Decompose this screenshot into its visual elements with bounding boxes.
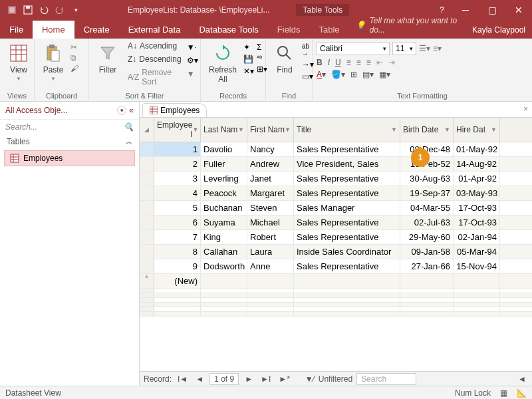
cell-employee-id[interactable]: 5 <box>154 201 201 215</box>
align-right-icon[interactable]: ≡ <box>366 58 371 67</box>
cell-birth-date[interactable]: 02-Jul-63 <box>400 215 454 229</box>
cell-first-name[interactable]: Janet <box>247 172 294 186</box>
cell-title[interactable]: Sales Manager <box>294 201 400 215</box>
cell-last-name[interactable]: Peacock <box>201 186 247 200</box>
cell-last-name[interactable]: King <box>201 230 247 244</box>
nav-item-employees[interactable]: Employees <box>4 150 135 166</box>
paste-button[interactable]: Paste ▼ <box>39 40 68 84</box>
cell-first-name[interactable]: Steven <box>247 201 294 215</box>
record-position[interactable]: 1 of 9 <box>209 373 239 385</box>
tab-file[interactable]: File <box>0 21 33 39</box>
bullets-icon[interactable]: ☰▾ <box>419 44 430 53</box>
cell-title[interactable]: Sales Representative <box>294 142 400 156</box>
cell-first-name[interactable]: Margaret <box>247 186 294 200</box>
table-row[interactable]: 8CallahanLauraInside Sales Coordinator09… <box>140 245 532 259</box>
cell-birth-date[interactable]: 19-Sep-37 <box>400 186 454 200</box>
maximize-button[interactable]: ▢ <box>479 0 505 20</box>
cell-last-name[interactable]: Fuller <box>201 157 247 171</box>
font-family-select[interactable]: Calibri▾ <box>317 42 390 55</box>
cell-hire-date[interactable]: 02-Jan-94 <box>454 230 500 244</box>
chevron-down-icon[interactable]: ▼ <box>491 126 497 133</box>
gridlines-icon[interactable]: ⊞ <box>350 70 357 79</box>
tab-create[interactable]: Create <box>74 21 119 39</box>
table-row[interactable]: 6SuyamaMichaelSales Representative02-Jul… <box>140 215 532 230</box>
row-selector[interactable] <box>140 157 154 171</box>
row-selector[interactable] <box>140 186 154 200</box>
tab-database-tools[interactable]: Database Tools <box>190 21 267 39</box>
row-selector[interactable] <box>140 142 154 156</box>
table-row[interactable]: 3LeverlingJanetSales Representative30-Au… <box>140 172 532 186</box>
cell-employee-id[interactable]: 3 <box>154 172 201 186</box>
cell-employee-id[interactable]: 4 <box>154 186 201 200</box>
tab-table[interactable]: Table <box>310 21 349 39</box>
cell-first-name[interactable]: Andrew <box>247 157 294 171</box>
document-tab-employees[interactable]: Employees <box>142 103 207 117</box>
column-header-title[interactable]: Title▼ <box>294 118 400 142</box>
save-record-icon[interactable]: 💾 <box>243 55 254 64</box>
align-icon[interactable]: ▦▾ <box>379 70 390 79</box>
align-center-icon[interactable]: ≡ <box>356 58 361 67</box>
cell-employee-id[interactable]: 9 <box>154 259 201 273</box>
row-selector[interactable] <box>140 245 154 259</box>
view-button[interactable]: View ▼ <box>4 40 33 84</box>
column-header-first-name[interactable]: First Nam▼ <box>247 118 294 142</box>
cell-title[interactable]: Sales Representative <box>294 172 400 186</box>
design-view-icon[interactable]: 📐 <box>517 388 527 398</box>
cell-first-name[interactable]: Michael <box>247 215 294 229</box>
row-selector[interactable] <box>140 172 154 186</box>
bold-button[interactable]: B <box>317 58 323 67</box>
column-header-hire-date[interactable]: Hire Dat▼ <box>454 118 500 142</box>
cell-employee-id[interactable]: 8 <box>154 245 201 259</box>
tab-fields[interactable]: Fields <box>268 21 310 39</box>
row-selector[interactable] <box>140 215 154 229</box>
first-record-button[interactable]: I◄ <box>176 374 190 384</box>
save-icon[interactable] <box>21 3 35 17</box>
row-selector[interactable] <box>140 230 154 244</box>
tab-home[interactable]: Home <box>33 21 74 39</box>
chevron-down-icon[interactable]: ▼ <box>192 126 198 133</box>
outdent-icon[interactable]: ⇥ <box>388 58 395 67</box>
cell-new[interactable]: (New) <box>154 274 201 288</box>
qat-customize-icon[interactable]: ▾ <box>69 3 82 17</box>
column-header-last-name[interactable]: Last Nam▼ <box>201 118 247 142</box>
cell-title[interactable]: Sales Representative <box>294 230 400 244</box>
cell-birth-date[interactable]: 27-Jan-66 <box>400 259 454 273</box>
toggle-filter-icon[interactable]: ▼ <box>187 69 198 78</box>
filter-indicator-icon[interactable]: ▼⁄ <box>305 374 315 384</box>
row-selector[interactable] <box>140 259 154 273</box>
cell-employee-id[interactable]: 7 <box>154 230 201 244</box>
cell-hire-date[interactable]: 01-Apr-92 <box>454 172 500 186</box>
refresh-all-button[interactable]: Refresh All <box>205 40 241 86</box>
remove-sort-button[interactable]: A⁄ZRemove Sort <box>125 66 184 88</box>
cell-first-name[interactable]: Anne <box>247 259 294 273</box>
italic-button[interactable]: I <box>328 58 330 67</box>
cell-birth-date[interactable]: 29-May-60 <box>400 230 454 244</box>
cell-last-name[interactable]: Callahan <box>201 245 247 259</box>
cell-hire-date[interactable]: 17-Oct-93 <box>454 201 500 215</box>
tell-me-search[interactable]: 💡 Tell me what you want to do... <box>349 12 466 39</box>
table-row[interactable]: 7KingRobertSales Representative29-May-60… <box>140 230 532 245</box>
user-name[interactable]: Kayla Claypool <box>466 21 532 39</box>
scroll-left-button[interactable]: ◄ <box>516 374 528 384</box>
close-tab-icon[interactable]: × <box>523 104 528 114</box>
cell-last-name[interactable]: Dodsworth <box>201 259 247 273</box>
chevron-down-icon[interactable]: ▼ <box>238 126 244 133</box>
align-left-icon[interactable]: ≡ <box>346 58 351 67</box>
record-search-input[interactable]: Search <box>356 373 416 385</box>
datasheet-grid[interactable]: ◢ Employee I▼ Last Nam▼ First Nam▼ Title… <box>140 118 532 371</box>
cell-hire-date[interactable]: 14-Aug-92 <box>454 157 500 171</box>
row-selector[interactable] <box>140 201 154 215</box>
select-all-corner[interactable]: ◢ <box>140 118 154 142</box>
cell-employee-id[interactable]: 1 <box>154 142 201 156</box>
table-row[interactable]: 2FullerAndrewVice President, Sales19-Feb… <box>140 157 532 172</box>
chevron-down-icon[interactable]: ▼ <box>391 126 397 133</box>
close-button[interactable]: ✕ <box>505 0 532 20</box>
cell-first-name[interactable]: Nancy <box>247 142 294 156</box>
indent-icon[interactable]: ⇤ <box>376 58 383 67</box>
nav-search-input[interactable]: Search... 🔍 <box>0 120 139 134</box>
nav-group-tables[interactable]: Tables ︽ <box>0 134 139 149</box>
numbering-icon[interactable]: ≡▾ <box>433 44 442 53</box>
prev-record-button[interactable]: ◄ <box>194 374 205 384</box>
cell-first-name[interactable]: Laura <box>247 245 294 259</box>
column-header-birth-date[interactable]: Birth Date▼ <box>400 118 454 142</box>
